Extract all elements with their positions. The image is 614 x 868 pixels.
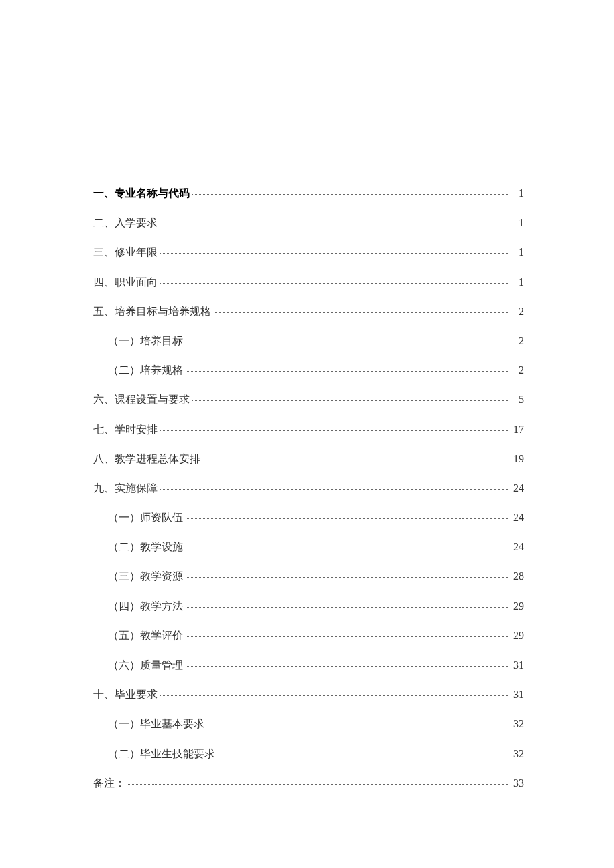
toc-title: （二）教学设施 (108, 540, 183, 553)
toc-page-number: 24 (512, 511, 524, 524)
toc-entry: （二）培养规格2 (93, 364, 524, 376)
toc-page-number: 1 (512, 246, 524, 258)
dot-leader (160, 430, 509, 431)
toc-title: 五、培养目标与培养规格 (93, 305, 211, 318)
toc-entry: 备注：33 (93, 777, 524, 789)
dot-leader (186, 636, 509, 637)
dot-leader (186, 577, 509, 578)
dot-leader (160, 253, 509, 254)
dot-leader (207, 725, 509, 725)
dot-leader (186, 342, 509, 342)
toc-page-number: 2 (512, 334, 524, 347)
toc-entry: 十、毕业要求31 (93, 688, 524, 701)
dot-leader (186, 518, 509, 519)
toc-page-number: 29 (512, 629, 524, 642)
dot-leader (203, 460, 509, 460)
toc-page-number: 1 (512, 216, 524, 229)
toc-page-number: 2 (512, 305, 524, 318)
toc-entry: 二、入学要求1 (93, 216, 524, 229)
toc-title: （一）毕业基本要求 (108, 717, 204, 730)
dot-leader (186, 607, 509, 608)
toc-entry: （一）毕业基本要求32 (93, 717, 524, 730)
toc-entry: 七、学时安排17 (93, 423, 524, 436)
toc-title: 四、职业面向 (93, 276, 158, 288)
dot-leader (186, 666, 509, 667)
toc-entry: （一）培养目标2 (93, 334, 524, 347)
dot-leader (160, 695, 509, 696)
dot-leader (160, 283, 509, 284)
toc-entry: 九、实施保障24 (93, 482, 524, 494)
toc-title: 三、修业年限 (93, 246, 158, 258)
toc-title: 二、入学要求 (93, 216, 158, 229)
dot-leader (218, 755, 509, 755)
toc-entry: 四、职业面向1 (93, 276, 524, 288)
toc-entry: （三）教学资源28 (93, 570, 524, 582)
toc-entry: 五、培养目标与培养规格2 (93, 305, 524, 318)
toc-entry: 一、专业名称与代码1 (93, 187, 524, 199)
toc-title: （三）教学资源 (108, 570, 183, 582)
toc-entry: （一）师资队伍24 (93, 511, 524, 524)
toc-page-number: 5 (512, 393, 524, 406)
toc-entry: 三、修业年限1 (93, 246, 524, 258)
toc-title: （四）教学方法 (108, 600, 183, 612)
dot-leader (160, 224, 509, 224)
toc-entry: （六）质量管理31 (93, 659, 524, 671)
toc-title: 六、课程设置与要求 (93, 393, 190, 406)
toc-page-number: 32 (512, 717, 524, 730)
toc-page-number: 31 (512, 688, 524, 701)
toc-page-number: 32 (512, 747, 524, 760)
toc-title: 七、学时安排 (93, 423, 158, 436)
dot-leader (192, 194, 509, 195)
toc-page-number: 24 (512, 540, 524, 553)
table-of-contents: 一、专业名称与代码1二、入学要求1三、修业年限1四、职业面向1五、培养目标与培养… (93, 187, 524, 789)
toc-entry: （二）教学设施24 (93, 540, 524, 553)
toc-title: 一、专业名称与代码 (93, 187, 190, 199)
toc-page-number: 29 (512, 600, 524, 612)
dot-leader (160, 489, 509, 490)
toc-title: （六）质量管理 (108, 659, 183, 671)
toc-page-number: 2 (512, 364, 524, 376)
toc-page-number: 24 (512, 482, 524, 494)
toc-page-number: 33 (512, 777, 524, 789)
toc-entry: （二）毕业生技能要求32 (93, 747, 524, 760)
toc-title: 备注： (93, 777, 125, 789)
toc-page-number: 19 (512, 452, 524, 465)
dot-leader (186, 548, 509, 548)
toc-page-number: 1 (512, 276, 524, 288)
toc-title: 十、毕业要求 (93, 688, 158, 701)
toc-entry: 六、课程设置与要求5 (93, 393, 524, 406)
toc-entry: （四）教学方法29 (93, 600, 524, 612)
toc-entry: 八、教学进程总体安排19 (93, 452, 524, 465)
toc-title: （二）毕业生技能要求 (108, 747, 215, 760)
dot-leader (192, 400, 509, 401)
dot-leader (214, 312, 509, 313)
toc-title: （二）培养规格 (108, 364, 183, 376)
toc-title: （一）培养目标 (108, 334, 183, 347)
dot-leader (186, 371, 509, 372)
toc-entry: （五）教学评价29 (93, 629, 524, 642)
toc-title: 八、教学进程总体安排 (93, 452, 200, 465)
dot-leader (128, 784, 509, 785)
document-page: 一、专业名称与代码1二、入学要求1三、修业年限1四、职业面向1五、培养目标与培养… (0, 0, 614, 868)
toc-title: （五）教学评价 (108, 629, 183, 642)
toc-page-number: 28 (512, 570, 524, 582)
toc-title: （一）师资队伍 (108, 511, 183, 524)
toc-page-number: 1 (512, 187, 524, 199)
toc-title: 九、实施保障 (93, 482, 158, 494)
toc-page-number: 31 (512, 659, 524, 671)
toc-page-number: 17 (512, 423, 524, 436)
